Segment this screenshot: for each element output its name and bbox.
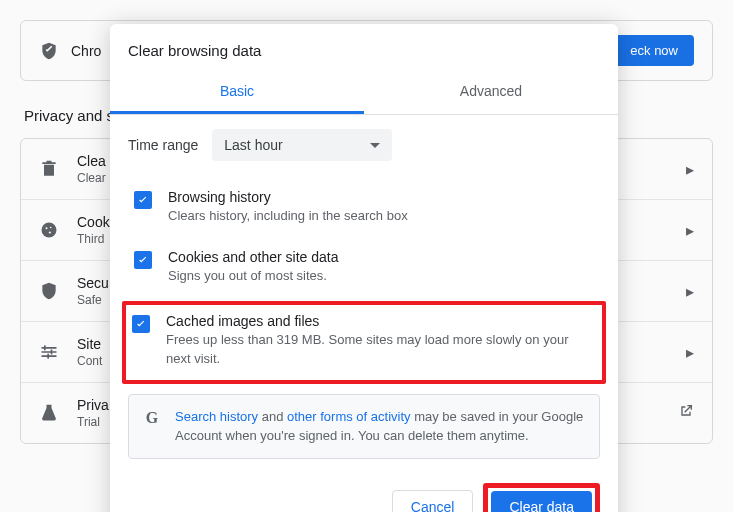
- time-range-label: Time range: [128, 137, 198, 153]
- other-activity-link[interactable]: other forms of activity: [287, 409, 411, 424]
- clear-data-button[interactable]: Clear data: [491, 491, 592, 512]
- info-text: Search history and other forms of activi…: [175, 407, 585, 446]
- google-account-info: G Search history and other forms of acti…: [128, 394, 600, 459]
- item-desc: Clears history, including in the search …: [168, 207, 600, 225]
- checkbox[interactable]: [132, 315, 150, 333]
- time-range-select[interactable]: Last hour: [212, 129, 392, 161]
- clear-data-item: Cookies and other site dataSigns you out…: [128, 241, 600, 301]
- clear-data-item: Cached images and filesFrees up less tha…: [122, 301, 606, 383]
- tab-advanced[interactable]: Advanced: [364, 73, 618, 114]
- checkbox[interactable]: [134, 251, 152, 269]
- checkbox[interactable]: [134, 191, 152, 209]
- search-history-link[interactable]: Search history: [175, 409, 258, 424]
- item-title: Cached images and files: [166, 313, 596, 329]
- google-icon: G: [143, 409, 161, 427]
- item-title: Browsing history: [168, 189, 600, 205]
- item-desc: Frees up less than 319 MB. Some sites ma…: [166, 331, 596, 367]
- dialog-tabs: Basic Advanced: [110, 73, 618, 115]
- clear-data-item: Browsing historyClears history, includin…: [128, 181, 600, 241]
- item-title: Cookies and other site data: [168, 249, 600, 265]
- confirm-highlight: Clear data: [483, 483, 600, 512]
- clear-browsing-data-dialog: Clear browsing data Basic Advanced Time …: [110, 24, 618, 512]
- cancel-button[interactable]: Cancel: [392, 490, 474, 512]
- tab-basic[interactable]: Basic: [110, 73, 364, 114]
- dialog-title: Clear browsing data: [110, 24, 618, 73]
- item-desc: Signs you out of most sites.: [168, 267, 600, 285]
